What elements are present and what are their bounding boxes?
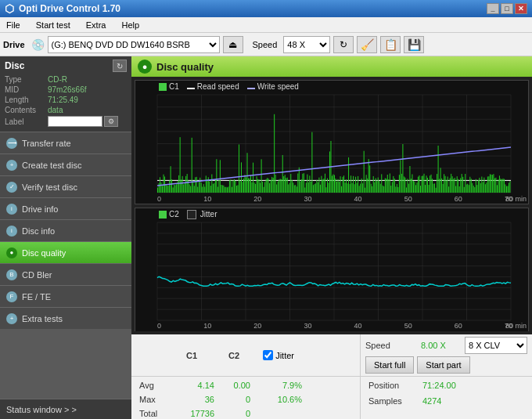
contents-value: data — [48, 106, 63, 114]
avg-label: Avg — [139, 381, 171, 390]
start-full-button[interactable]: Start full — [365, 356, 414, 374]
total-label: Total — [139, 409, 171, 418]
cd-bler-icon: B — [6, 269, 17, 280]
max-label: Max — [139, 395, 171, 404]
avg-row: Avg 4.14 0.00 7.9% — [139, 378, 352, 392]
c2-legend-color — [159, 211, 167, 219]
menu-help[interactable]: Help — [118, 19, 142, 31]
erase-button[interactable]: 🧹 — [357, 36, 377, 53]
avg-jitter: 7.9% — [255, 381, 302, 390]
nav-disc-info-label: Disc info — [22, 226, 55, 236]
nav-verify-test-disc-label: Verify test disc — [22, 182, 77, 192]
menu-bar: File Start test Extra Help — [0, 17, 532, 33]
contents-label: Contents — [5, 106, 48, 114]
position-label: Position — [368, 381, 419, 390]
avg-c2: 0.00 — [219, 381, 250, 390]
max-c1: 36 — [175, 395, 214, 404]
mid-value: 97m26s66f — [48, 85, 86, 94]
nav-disc-info[interactable]: i Disc info — [0, 219, 131, 241]
create-test-disc-icon: + — [6, 160, 17, 171]
menu-extra[interactable]: Extra — [83, 19, 110, 31]
charts-area: 403530252015105 56 X48 X40 X32 X24 X16 X… — [131, 77, 532, 334]
length-value: 71:25.49 — [48, 96, 78, 104]
max-row: Max 36 0 10.6% — [139, 392, 352, 406]
samples-row: Samples 4274 — [368, 394, 524, 408]
samples-label: Samples — [368, 396, 419, 406]
col-c1-header: C1 — [186, 351, 197, 360]
speed-stat-value: 8.00 X — [421, 341, 460, 350]
type-label: Type — [5, 75, 48, 84]
window-title: Opti Drive Control 1.70 — [19, 3, 120, 14]
close-button[interactable]: ✕ — [515, 3, 527, 14]
nav-fe-te[interactable]: F FE / TE — [0, 285, 131, 307]
left-panel: Disc ↻ Type CD-R MID 97m26s66f Length 71… — [0, 56, 131, 419]
nav-extra-tests-label: Extra tests — [22, 314, 63, 323]
disc-section-title: Disc — [5, 60, 24, 71]
max-jitter: 10.6% — [255, 395, 302, 404]
nav-cd-bler-label: CD Bler — [22, 270, 52, 280]
transfer-rate-icon: ⟶ — [6, 138, 17, 149]
nav-cd-bler[interactable]: B CD Bler — [0, 263, 131, 285]
label-input[interactable] — [48, 116, 102, 127]
save-button[interactable]: 💾 — [404, 36, 424, 53]
disc-info-icon: i — [6, 226, 17, 237]
drive-label: Drive — [3, 40, 25, 49]
write-speed-legend-color — [247, 88, 255, 89]
copy-button[interactable]: 📋 — [380, 36, 401, 53]
drive-select[interactable]: (G:) BENQ DVD DD DW1640 BSRB — [48, 36, 220, 53]
nav-fe-te-label: FE / TE — [22, 292, 51, 302]
total-c1: 17736 — [175, 409, 214, 418]
read-speed-legend-label: Read speed — [197, 82, 239, 91]
chart2-canvas — [135, 208, 528, 331]
read-speed-legend-color — [187, 88, 195, 89]
speed-select[interactable]: 48 X — [283, 36, 330, 53]
label-label: Label — [5, 117, 48, 126]
disc-settings-button[interactable]: ⚙ — [104, 116, 118, 127]
nav-disc-quality[interactable]: ● Disc quality — [0, 241, 131, 263]
c1-legend-color — [159, 83, 167, 91]
chart2-container: 1098765432 20%16%12%8%4% C2 Jitter — [135, 208, 529, 332]
jitter-col-header: Jitter — [275, 351, 294, 360]
jitter-checkbox[interactable] — [263, 350, 273, 360]
menu-start-test[interactable]: Start test — [33, 19, 74, 31]
eject-button[interactable]: ⏏ — [223, 36, 243, 53]
drive-icon: 💿 — [31, 38, 45, 51]
clv-select[interactable]: 8 X CLV — [465, 337, 527, 354]
start-part-button[interactable]: Start part — [417, 356, 469, 374]
nav-verify-test-disc[interactable]: ✓ Verify test disc — [0, 175, 131, 197]
verify-test-disc-icon: ✓ — [6, 182, 17, 193]
drive-info-icon: i — [6, 204, 17, 215]
disc-refresh-button[interactable]: ↻ — [113, 60, 127, 72]
nav-create-test-disc-label: Create test disc — [22, 161, 81, 170]
status-window-button[interactable]: Status window > > — [0, 399, 131, 419]
status-window-label: Status window > > — [6, 405, 77, 414]
nav-transfer-rate-label: Transfer rate — [22, 139, 71, 148]
chart1-legend: C1 Read speed Write speed — [159, 82, 299, 91]
total-row: Total 17736 0 — [139, 406, 352, 419]
chart1-canvas — [135, 81, 528, 204]
max-c2: 0 — [219, 395, 250, 404]
nav-create-test-disc[interactable]: + Create test disc — [0, 154, 131, 175]
speed-stat-label: Speed — [365, 341, 416, 350]
nav-drive-info[interactable]: i Drive info — [0, 197, 131, 219]
chart2-x-axis: 010203040506070 — [157, 321, 512, 331]
disc-quality-icon: ● — [6, 247, 17, 258]
samples-value: 4274 — [422, 396, 441, 406]
length-label: Length — [5, 96, 48, 104]
maximize-button[interactable]: □ — [501, 3, 513, 14]
nav-extra-tests[interactable]: + Extra tests — [0, 307, 131, 329]
disc-info-section: Disc ↻ Type CD-R MID 97m26s66f Length 71… — [0, 56, 131, 132]
speed-label: Speed — [253, 40, 278, 49]
menu-file[interactable]: File — [3, 19, 23, 31]
minimize-button[interactable]: _ — [487, 3, 499, 14]
avg-c1: 4.14 — [175, 381, 214, 390]
jitter-checkbox-row: Jitter — [263, 350, 294, 360]
toolbar: Drive 💿 (G:) BENQ DVD DD DW1640 BSRB ⏏ S… — [0, 33, 532, 56]
window-controls: _ □ ✕ — [487, 3, 527, 14]
refresh-button[interactable]: ↻ — [333, 36, 354, 53]
jitter-legend-label: Jitter — [200, 210, 217, 219]
nav-transfer-rate[interactable]: ⟶ Transfer rate — [0, 132, 131, 154]
right-panel: ● Disc quality 403530252015105 56 X48 X4… — [131, 56, 532, 419]
position-value: 71:24.00 — [422, 381, 456, 390]
total-c2: 0 — [219, 409, 250, 418]
